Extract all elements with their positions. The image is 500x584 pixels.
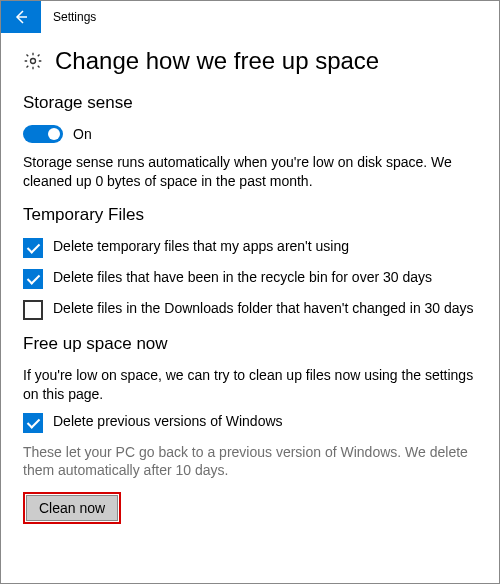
temp-files-option-0: Delete temporary files that my apps aren…	[23, 237, 477, 258]
storage-sense-toggle-label: On	[73, 126, 92, 142]
clean-now-highlight: Clean now	[23, 492, 121, 524]
checkbox-label: Delete files that have been in the recyc…	[53, 268, 432, 287]
back-button[interactable]	[1, 1, 41, 33]
clean-now-button[interactable]: Clean now	[26, 495, 118, 521]
svg-point-0	[31, 59, 36, 64]
checkbox-label: Delete files in the Downloads folder tha…	[53, 299, 474, 318]
free-up-heading: Free up space now	[23, 334, 477, 354]
titlebar-title: Settings	[41, 10, 96, 24]
page-title: Change how we free up space	[55, 47, 379, 75]
checkbox-prev-windows[interactable]	[23, 413, 43, 433]
temp-files-option-1: Delete files that have been in the recyc…	[23, 268, 477, 289]
storage-sense-description: Storage sense runs automatically when yo…	[23, 153, 477, 191]
checkbox-label: Delete previous versions of Windows	[53, 412, 283, 431]
checkbox-downloads[interactable]	[23, 300, 43, 320]
temp-files-heading: Temporary Files	[23, 205, 477, 225]
storage-sense-toggle-row: On	[23, 125, 477, 143]
toggle-knob	[48, 128, 60, 140]
page-header: Change how we free up space	[23, 47, 477, 75]
free-up-option: Delete previous versions of Windows	[23, 412, 477, 433]
free-up-description: If you're low on space, we can try to cl…	[23, 366, 477, 404]
gear-icon	[23, 51, 43, 71]
storage-sense-heading: Storage sense	[23, 93, 477, 113]
checkbox-temp-apps[interactable]	[23, 238, 43, 258]
free-up-note: These let your PC go back to a previous …	[23, 443, 477, 481]
temp-files-option-2: Delete files in the Downloads folder tha…	[23, 299, 477, 320]
titlebar: Settings	[1, 1, 499, 33]
checkbox-recycle-bin[interactable]	[23, 269, 43, 289]
content: Change how we free up space Storage sens…	[1, 33, 499, 532]
back-arrow-icon	[13, 9, 29, 25]
checkbox-label: Delete temporary files that my apps aren…	[53, 237, 349, 256]
storage-sense-toggle[interactable]	[23, 125, 63, 143]
